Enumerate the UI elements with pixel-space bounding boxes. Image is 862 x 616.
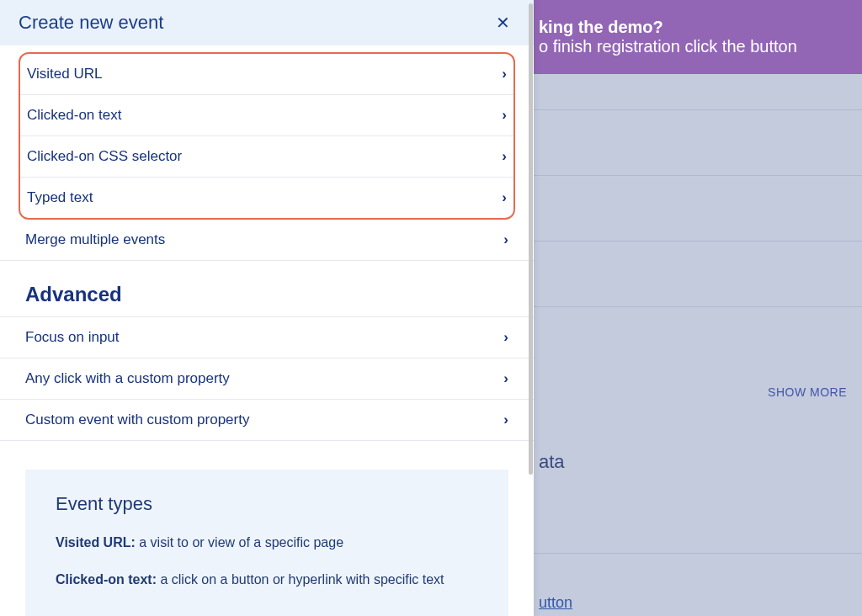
advanced-heading: Advanced [0,261,534,316]
advanced-events-group: Focus on input › Any click with a custom… [0,316,534,441]
panel-scrollbar[interactable] [528,0,534,616]
event-custom-event-custom-property[interactable]: Custom event with custom property › [0,400,534,441]
panel-body: Visited URL › Clicked-on text › Clicked-… [0,52,534,616]
bg-button-link[interactable]: utton [539,594,572,612]
event-merge-multiple[interactable]: Merge multiple events › [0,220,534,261]
info-desc: a click on a button or hyperlink with sp… [157,572,444,587]
event-label: Custom event with custom property [25,412,249,428]
demo-banner-line2: o finish registration click the button [539,37,862,56]
create-event-panel: Create new event ✕ Visited URL › Clicked… [0,0,534,616]
chevron-right-icon: › [502,66,507,82]
info-term: Visited URL: [56,535,136,550]
event-clicked-on-css-selector[interactable]: Clicked-on CSS selector › [20,136,513,178]
event-visited-url[interactable]: Visited URL › [20,54,513,95]
event-clicked-on-text[interactable]: Clicked-on text › [20,95,513,136]
event-any-click-custom-property[interactable]: Any click with a custom property › [0,358,534,400]
event-focus-on-input[interactable]: Focus on input › [0,316,534,358]
close-icon: ✕ [496,13,510,32]
event-label: Focus on input [25,329,120,346]
event-label: Clicked-on CSS selector [27,148,182,165]
bg-section-title: ata [539,451,565,473]
chevron-right-icon: › [503,412,508,428]
event-label: Clicked-on text [27,107,121,124]
chevron-right-icon: › [502,107,507,124]
info-def-clicked-on-text: Clicked-on text: a click on a button or … [56,571,478,589]
panel-header: Create new event ✕ [0,0,534,45]
event-label: Any click with a custom property [25,370,230,387]
panel-title: Create new event [19,12,163,34]
event-label: Typed text [27,189,93,206]
info-term: Clicked-on text: [56,572,157,587]
info-desc: a visit to or view of a specific page [136,535,343,550]
primary-events-group: Visited URL › Clicked-on text › Clicked-… [19,52,515,220]
event-types-info-card: Event types Visited URL: a visit to or v… [25,470,508,616]
show-more-link[interactable]: SHOW MORE [768,385,847,399]
event-label: Merge multiple events [25,231,165,248]
close-button[interactable]: ✕ [491,9,515,36]
demo-banner-line1: king the demo? [539,18,862,37]
info-heading: Event types [56,493,478,515]
event-typed-text[interactable]: Typed text › [20,178,513,218]
event-label: Visited URL [27,66,102,82]
chevron-right-icon: › [502,189,507,206]
chevron-right-icon: › [502,148,507,165]
info-def-visited-url: Visited URL: a visit to or view of a spe… [56,534,478,552]
scrollbar-thumb[interactable] [529,3,533,475]
chevron-right-icon: › [503,370,508,387]
chevron-right-icon: › [503,329,508,346]
chevron-right-icon: › [503,231,508,248]
